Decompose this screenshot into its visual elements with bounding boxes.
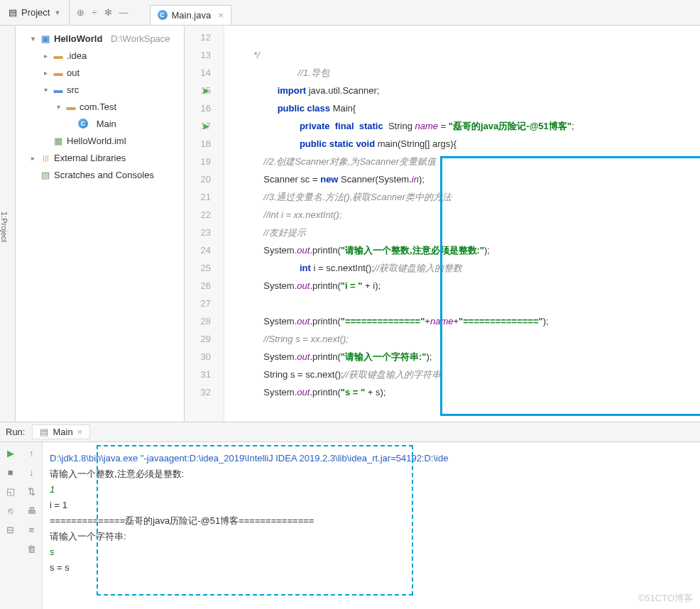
exit-icon[interactable]: ⎋: [8, 505, 13, 516]
rerun-icon[interactable]: ▶: [7, 448, 14, 459]
console-output[interactable]: D:\jdk1.8\bin\java.exe "-javaagent:D:\id…: [43, 442, 700, 609]
line-gutter: 12131415▶1617▶18192021222324252627282930…: [185, 26, 224, 422]
toolbar-icons: ⊕ ÷ ✻ —: [70, 7, 135, 18]
run-body: ▶ ■ ◱ ⎋ ⊟ ↑ ↓ ⇅ 🖶 ≡ 🗑 D:\jdk1.8\bin\java…: [0, 442, 700, 609]
print-icon[interactable]: 🖶: [27, 505, 36, 516]
console-line: 请输入一个整数,注意必须是整数:: [50, 466, 693, 482]
gear-icon[interactable]: ✻: [104, 7, 112, 18]
java-class-icon: C: [78, 119, 88, 128]
trash-icon[interactable]: 🗑: [27, 544, 36, 554]
run-tool-buttons: ▶ ■ ◱ ⎋ ⊟ ↑ ↓ ⇅ 🖶 ≡ 🗑: [0, 442, 43, 609]
tree-idea[interactable]: ▸▬.idea: [16, 47, 184, 64]
tree-main[interactable]: C Main: [16, 115, 184, 132]
code-content[interactable]: */ //1.导包 import java.util.Scanner; publ…: [224, 26, 700, 422]
watermark: ©51CTO博客: [638, 592, 693, 605]
run-gutter-icon[interactable]: ▶: [204, 82, 209, 99]
run-tab[interactable]: ▤ Main ×: [32, 424, 90, 439]
run-gutter-icon[interactable]: ▶: [204, 117, 209, 135]
wrap-icon[interactable]: ⇅: [28, 486, 35, 497]
left-tool-rail[interactable]: 1:Project: [0, 26, 16, 422]
dropdown-icon: ▼: [54, 9, 60, 16]
minimize-icon[interactable]: —: [119, 7, 128, 18]
run-config-icon: ▤: [40, 427, 48, 437]
console-cmd: D:\jdk1.8\bin\java.exe "-javaagent:D:\id…: [50, 451, 693, 466]
target-icon[interactable]: ⊕: [77, 7, 84, 18]
layout-icon[interactable]: ◱: [6, 486, 15, 497]
console-input: 1: [50, 482, 693, 498]
tree-iml[interactable]: ▦HelloWorld.iml: [16, 132, 184, 149]
settings-icon[interactable]: ⊟: [6, 525, 14, 535]
tree-root[interactable]: ▾▣HelloWorld D:\WorkSpace: [16, 30, 184, 47]
console-input: s: [50, 544, 693, 560]
filter-icon[interactable]: ≡: [28, 525, 34, 535]
down-icon[interactable]: ↓: [29, 467, 34, 478]
code-editor[interactable]: 12131415▶1617▶18192021222324252627282930…: [185, 26, 700, 422]
run-panel: Run: ▤ Main × ▶ ■ ◱ ⎋ ⊟ ↑ ↓ ⇅ 🖶 ≡ 🗑: [0, 422, 700, 609]
run-header: Run: ▤ Main ×: [0, 422, 700, 442]
console-line: ==============磊哥的java历险记-@51博客==========…: [50, 513, 693, 529]
up-icon[interactable]: ↑: [29, 448, 34, 459]
editor-tab[interactable]: C Main.java ×: [150, 5, 231, 25]
tree-scratch[interactable]: ▧Scratches and Consoles: [16, 166, 184, 183]
stop-icon[interactable]: ■: [8, 467, 13, 478]
close-icon[interactable]: ×: [77, 427, 83, 437]
main-area: 1:Project ▾▣HelloWorld D:\WorkSpace ▸▬.i…: [0, 26, 700, 422]
tree-src[interactable]: ▾▬src: [16, 81, 184, 98]
divider-icon: ÷: [92, 7, 97, 18]
project-label: Project: [21, 7, 50, 18]
toolbar: ▤ Project ▼ ⊕ ÷ ✻ — C Main.java ×: [0, 0, 700, 26]
project-tool-icon: ▤: [9, 7, 17, 18]
console-line: 请输入一个字符串:: [50, 529, 693, 544]
project-tree: ▾▣HelloWorld D:\WorkSpace ▸▬.idea ▸▬out …: [16, 26, 185, 422]
file-tab-label: Main.java: [172, 10, 212, 21]
console-line: s = s: [50, 560, 693, 576]
tree-pkg[interactable]: ▾▬com.Test: [16, 98, 184, 115]
java-file-icon: C: [158, 10, 168, 20]
project-tool-tab[interactable]: ▤ Project ▼: [0, 0, 70, 25]
run-label: Run:: [6, 427, 25, 437]
console-line: i = 1: [50, 498, 693, 513]
tree-ext-lib[interactable]: ▸⫼External Libraries: [16, 149, 184, 166]
tree-out[interactable]: ▸▬out: [16, 64, 184, 81]
close-tab-icon[interactable]: ×: [218, 10, 224, 21]
